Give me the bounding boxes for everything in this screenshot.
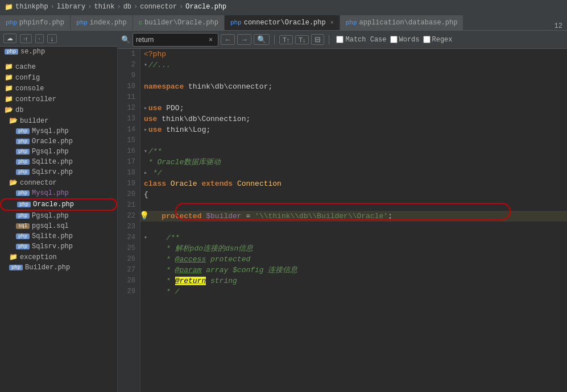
breadcrumb-item[interactable]: think [94, 3, 114, 11]
code-token [233, 178, 237, 189]
code-line-16: ▾ /** [140, 146, 567, 157]
sidebar-item-controller[interactable]: 📁 controller [0, 94, 117, 105]
collapse-button[interactable]: ▾ [144, 146, 147, 157]
php-file-icon: php [16, 169, 30, 175]
search-back-button[interactable]: ← [221, 34, 235, 45]
search-input[interactable] [136, 36, 204, 44]
sidebar-item-config[interactable]: 📁 config [0, 72, 117, 83]
php-icon: php [230, 19, 242, 26]
collapse-button[interactable]: ▾ [144, 60, 147, 70]
breadcrumb-current: Oracle.php [185, 3, 226, 11]
sidebar-sync-button[interactable]: ☁ [3, 34, 16, 43]
line-num: 16 [118, 146, 140, 157]
breadcrumb-item[interactable]: db [123, 3, 131, 11]
sidebar-down-button[interactable]: ↓ [47, 34, 57, 43]
search-forward-button[interactable]: → [237, 34, 251, 45]
code-token: class [144, 178, 166, 189]
code-token [197, 178, 202, 189]
code-editor[interactable]: 1 2 9 10 11 12 13 14 15 16 17 18 19 20 2… [118, 49, 567, 392]
search-filter-t-button[interactable]: T↑ [279, 35, 293, 44]
sidebar-item-builder-sqlite[interactable]: php Sqlite.php [0, 157, 117, 167]
code-token: protected [206, 254, 250, 265]
code-line-29: * / [140, 286, 567, 297]
sidebar-item-builder-sqlsrv[interactable]: php Sqlsrv.php [0, 167, 117, 177]
sidebar-item-connector[interactable]: 📂 connector [0, 177, 117, 188]
sidebar-item-connector-pgsql[interactable]: php Pgsql.php [0, 211, 117, 221]
match-case-option[interactable]: Match Case [336, 36, 386, 44]
words-checkbox[interactable] [390, 36, 398, 43]
breadcrumb-item[interactable]: library [57, 3, 85, 11]
collapse-button[interactable]: ▸ [144, 124, 147, 135]
sidebar-refresh-button[interactable]: · [35, 34, 44, 43]
breadcrumb-sep: › [117, 3, 121, 11]
line-num: 25 [118, 243, 140, 254]
regex-checkbox[interactable] [423, 36, 431, 43]
sidebar-item-label: Mysql.php [32, 127, 69, 135]
breadcrumb-item[interactable]: thinkphp [15, 3, 48, 11]
code-line-19: class Oracle extends Connection [140, 178, 567, 189]
line-num: 12 [118, 103, 140, 114]
sidebar-item-connector-sqlite[interactable]: php Sqlite.php [0, 231, 117, 241]
code-line-24: ▾ /** [140, 232, 567, 243]
sidebar-item-label: Oracle.php [32, 137, 73, 145]
search-filter-t2-button[interactable]: T↓ [295, 35, 309, 44]
code-token: Connection [237, 178, 282, 189]
sidebar-item-exception[interactable]: 📁 exception [0, 252, 117, 262]
sidebar-toolbar: ☁ ·↑ · ↓ [0, 31, 117, 47]
code-line-18: ▸ */ [140, 168, 567, 178]
sidebar-up-button[interactable]: ·↑ [20, 34, 32, 43]
sidebar-item-label: controller [15, 95, 56, 103]
code-token: string [206, 276, 237, 286]
code-token: //... [148, 60, 171, 70]
code-line-26: * @access protected [140, 254, 567, 265]
folder-icon: 📁 [5, 84, 13, 93]
search-find-button[interactable]: 🔍 [254, 34, 270, 45]
sidebar-item-cache[interactable]: 📁 cache [0, 61, 117, 72]
tab-connector-oracle[interactable]: php connector\Oracle.php × [225, 15, 340, 30]
sidebar-item-builder-pgsql[interactable]: php Pgsql.php [0, 147, 117, 157]
code-line-25: * 解析pdo连接的dsn信息 [140, 243, 567, 254]
collapse-button[interactable]: ▾ [144, 232, 147, 243]
collapse-button[interactable]: ▸ [144, 168, 147, 178]
sidebar-item-builder-oracle[interactable]: php Oracle.php [0, 136, 117, 147]
sidebar-item-connector-oracle[interactable]: php Oracle.php [0, 198, 117, 211]
words-label: Words [399, 36, 420, 44]
sidebar-item-builder-mysql[interactable]: php Mysql.php [0, 126, 117, 136]
tab-application-database[interactable]: php application\database.php [340, 15, 464, 30]
match-case-checkbox[interactable] [336, 36, 343, 43]
breadcrumb-item[interactable]: connector [140, 3, 177, 11]
code-line-28: * @return string [140, 276, 567, 286]
regex-option[interactable]: Regex [423, 36, 453, 44]
sidebar-item-connector-sqlsrv[interactable]: php Sqlsrv.php [0, 241, 117, 252]
code-token: Oracle [171, 178, 197, 189]
sidebar-item-console[interactable]: 📁 console [0, 83, 117, 94]
tab-index[interactable]: php index.php [71, 15, 133, 30]
sidebar-item-db[interactable]: 📂 db [0, 105, 117, 115]
breadcrumb-sep: › [51, 3, 55, 11]
collapse-button[interactable]: ▸ [144, 103, 147, 114]
search-clear-button[interactable]: × [206, 35, 215, 45]
code-content[interactable]: <?php ▾ //... namespace think\db\connect… [140, 49, 567, 392]
line-num: 27 [118, 265, 140, 276]
sidebar-item-se-php[interactable]: php se.php [0, 47, 117, 57]
sidebar-item-builder[interactable]: 📂 builder [0, 115, 117, 126]
code-token [201, 211, 206, 222]
php-file-icon: php [16, 233, 30, 239]
words-option[interactable]: Words [390, 36, 420, 44]
tab-close-button[interactable]: × [330, 20, 334, 26]
sidebar-item-connector-mysql[interactable]: php Mysql.php [0, 188, 117, 198]
code-line-14: ▸ use think\Log; [140, 124, 567, 135]
search-filter-button[interactable]: ⊟ [311, 34, 324, 45]
code-token: <?php [144, 49, 166, 60]
tab-phpinfo[interactable]: php phpinfo.php [0, 15, 71, 30]
line-num: 18 [118, 168, 140, 178]
match-case-label: Match Case [345, 36, 386, 44]
code-token: /** [148, 146, 162, 157]
line-count: 12 [550, 22, 567, 30]
tab-builder-oracle[interactable]: c builder\Oracle.php [133, 15, 225, 30]
sidebar-item-connector-pgsql-sql[interactable]: sql pgsql.sql [0, 221, 117, 231]
code-line-13: use think\db\Connection; [140, 114, 567, 124]
line-num: 1 [118, 49, 140, 60]
sidebar-item-builder-php[interactable]: php Builder.php [0, 262, 117, 273]
main-container: ☁ ·↑ · ↓ php se.php 📁 cache 📁 config 📁 c… [0, 31, 567, 392]
